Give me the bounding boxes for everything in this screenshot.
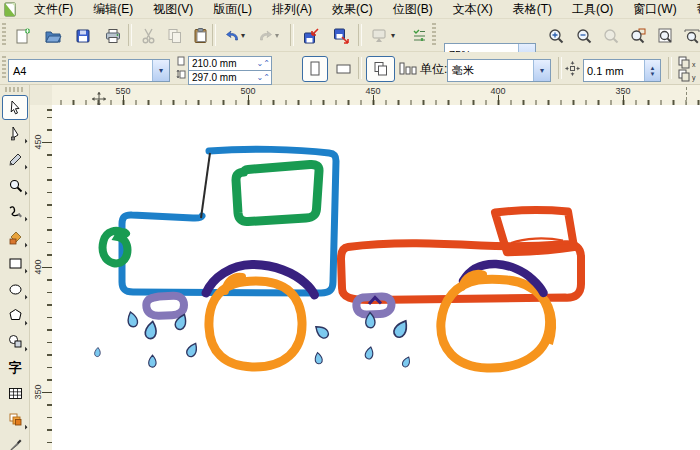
zoom-out-button[interactable] <box>571 23 597 49</box>
tool-crop[interactable] <box>2 147 28 172</box>
units-combo-dropdown-icon[interactable]: ▾ <box>533 60 550 81</box>
water-droplet <box>148 355 157 368</box>
paste-button[interactable] <box>188 23 214 49</box>
tool-basic-shapes[interactable] <box>2 329 28 354</box>
new-document-icon <box>14 27 32 45</box>
paper-combo-dropdown-icon[interactable]: ▾ <box>152 60 169 81</box>
paper-width-spinner[interactable]: ⌄⌃ <box>252 59 271 68</box>
nudge-field[interactable]: 0.1 mm ▲▼ <box>583 59 661 82</box>
flyout-arrow <box>21 163 28 170</box>
import-button[interactable] <box>298 23 324 49</box>
tool-text[interactable]: 字 <box>2 355 28 380</box>
tool-pick[interactable] <box>2 95 28 120</box>
zoom-selection-icon <box>602 27 620 45</box>
crosshair-cursor-icon <box>92 92 106 106</box>
menu-item-tools[interactable]: 工具(O) <box>562 0 623 20</box>
landscape-icon <box>335 61 353 77</box>
zoom-in-button[interactable] <box>543 23 569 49</box>
page-edge-marker <box>686 87 687 105</box>
print-button[interactable] <box>100 23 126 49</box>
zoom-all-objects-icon <box>629 27 647 45</box>
paper-width-field[interactable]: 210.0 mm ⌄⌃ <box>188 56 272 71</box>
toolbar-separator <box>212 24 216 46</box>
units-combo[interactable]: 毫米 ▾ <box>447 59 551 82</box>
menu-item-text[interactable]: 文本(X) <box>443 0 503 20</box>
propbar-grip[interactable] <box>2 56 6 80</box>
tool-smart-fill[interactable] <box>2 225 28 250</box>
zoom-to-page-button[interactable] <box>652 23 678 49</box>
flyout-arrow <box>21 215 28 222</box>
landscape-button[interactable] <box>331 56 357 82</box>
tool-rectangle[interactable] <box>2 251 28 276</box>
svg-text:y: y <box>692 74 696 82</box>
water-droplets <box>95 311 412 368</box>
cut-button[interactable] <box>136 23 162 49</box>
copy-button[interactable] <box>162 23 188 49</box>
flyout-arrow <box>21 423 28 430</box>
eyedropper-icon <box>8 438 23 450</box>
hruler-label: 550 <box>115 86 130 96</box>
launcher-dropdown-arrow[interactable]: ▾ <box>388 31 398 40</box>
tool-shape[interactable] <box>2 121 28 146</box>
all-pages-button[interactable] <box>366 56 395 82</box>
paper-type-combo[interactable]: A4 ▾ <box>8 59 170 82</box>
tool-table[interactable] <box>2 381 28 406</box>
toolbar-grip[interactable] <box>2 23 6 47</box>
facing-pages-button[interactable] <box>396 58 420 80</box>
toolbar-separator <box>128 24 132 46</box>
tool-blend[interactable] <box>2 407 28 432</box>
standard-toolbar: ▾ ▾ ▾ 75% ▾ <box>0 19 700 52</box>
units-value: 毫米 <box>448 63 533 78</box>
toolbar-separator <box>432 23 436 47</box>
tool-polygon[interactable] <box>2 303 28 328</box>
toolbox-grip[interactable] <box>5 87 24 92</box>
export-button[interactable] <box>328 23 354 49</box>
tool-zoom[interactable] <box>2 173 28 198</box>
paper-height-value: 297.0 mm <box>189 72 252 83</box>
nudge-spinner[interactable]: ▲▼ <box>644 60 660 81</box>
menu-item-arrange[interactable]: 排列(A) <box>262 0 322 20</box>
menu-item-table[interactable]: 表格(T) <box>503 0 562 20</box>
tool-ellipse[interactable] <box>2 277 28 302</box>
tool-eyedropper[interactable] <box>2 433 28 450</box>
menu-item-view[interactable]: 视图(V) <box>143 0 203 20</box>
undo-dropdown-arrow[interactable]: ▾ <box>238 31 248 40</box>
horizontal-ruler[interactable]: 550500450400350 <box>52 85 700 106</box>
table-grid-icon <box>8 386 23 401</box>
ruler-corner <box>29 85 52 105</box>
nudge-offset-icon <box>565 61 580 76</box>
menu-item-help[interactable]: 帮助(H) <box>687 0 700 20</box>
front-mud-flap <box>146 296 184 316</box>
zoom-to-width-button[interactable] <box>679 23 700 49</box>
menu-item-layout[interactable]: 版面(L) <box>203 0 262 20</box>
vruler-major-tick <box>42 142 52 143</box>
zoom-to-selection-button[interactable] <box>598 23 624 49</box>
portrait-button[interactable] <box>302 56 328 82</box>
zoom-to-all-button[interactable] <box>625 23 651 49</box>
paper-size-glyphs-icon <box>176 56 186 82</box>
menu-item-file[interactable]: 文件(F) <box>24 0 83 20</box>
water-droplet <box>365 346 374 359</box>
facing-pages-icon <box>399 62 417 76</box>
hruler-label: 500 <box>240 86 255 96</box>
vertical-ruler[interactable]: 450400350 <box>29 105 53 450</box>
drawing-canvas[interactable] <box>52 105 700 450</box>
paper-height-field[interactable]: 297.0 mm ⌄⌃ <box>188 70 272 85</box>
open-button[interactable] <box>40 23 66 49</box>
menu-item-window[interactable]: 窗口(W) <box>623 0 686 20</box>
menu-item-bitmaps[interactable]: 位图(B) <box>383 0 443 20</box>
flyout-arrow <box>21 137 28 144</box>
vruler-major-tick <box>42 267 52 268</box>
paper-height-spinner[interactable]: ⌄⌃ <box>252 73 271 82</box>
redo-dropdown-arrow[interactable]: ▾ <box>272 31 282 40</box>
menu-bar: 文件(F)编辑(E)视图(V)版面(L)排列(A)效果(C)位图(B)文本(X)… <box>0 0 700 19</box>
menu-item-edit[interactable]: 编辑(E) <box>83 0 143 20</box>
app-icon <box>3 2 18 17</box>
hruler-major-tick <box>373 95 374 105</box>
new-button[interactable] <box>10 23 36 49</box>
duplicate-distance-icons[interactable]: x y <box>678 56 700 82</box>
save-button[interactable] <box>70 23 96 49</box>
options-button[interactable] <box>406 23 432 49</box>
menu-item-effects[interactable]: 效果(C) <box>322 0 383 20</box>
tool-freehand[interactable] <box>2 199 28 224</box>
